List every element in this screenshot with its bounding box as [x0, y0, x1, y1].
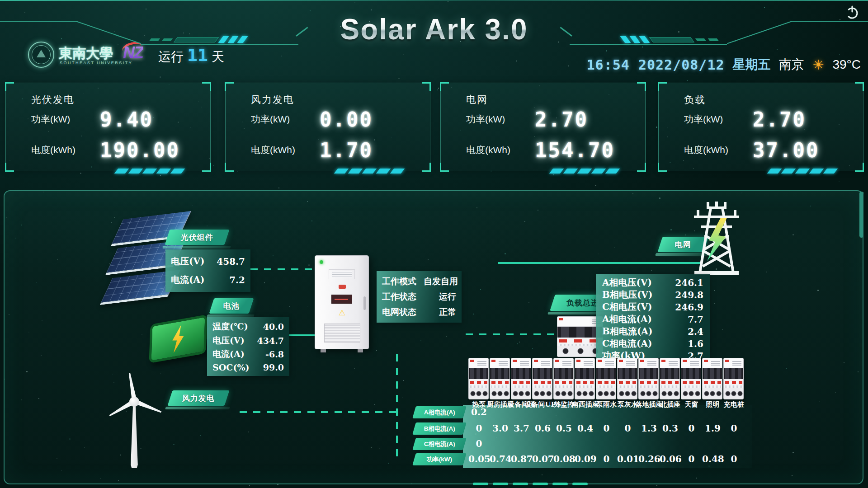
- phase-label: A相电压(V): [602, 277, 652, 289]
- stat-card-3: 负载功率(kW)2.70电度(kWh)37.00: [658, 83, 863, 171]
- loadmain-connector: [466, 333, 554, 335]
- metric-value: 2.70: [753, 108, 806, 131]
- pv-row: 电压(V)458.7: [171, 255, 245, 267]
- datetime-text: 16:54 2022/08/12: [587, 57, 725, 73]
- metric-label: 功率(kW): [251, 113, 320, 126]
- pv-table: 电压(V)458.7电流(A)7.2: [165, 249, 250, 292]
- circuit-value: [702, 438, 723, 450]
- phase-label: B相电流(A): [602, 325, 652, 338]
- metric-label: 电度(kWh): [684, 144, 753, 156]
- circuit-value: 3.7: [511, 422, 532, 435]
- breaker-icon: [490, 358, 510, 399]
- circuit-value: [723, 406, 745, 418]
- weekday-text: 星期五: [733, 56, 771, 73]
- page-title: Solar Ark 3.0: [0, 13, 868, 46]
- battery-row: 电压(V)434.7: [212, 335, 284, 347]
- metric-value: 0.00: [320, 108, 373, 131]
- circuit-value: 0.87: [511, 453, 532, 465]
- card-title: 光伏发电: [31, 93, 75, 107]
- card-corner: [440, 163, 449, 172]
- phase-label: A相电流(A): [602, 313, 652, 325]
- card-corner: [225, 163, 234, 172]
- inverter-down-connector: [396, 352, 398, 456]
- circuit-values-row: 0.050.740.870.070.080.0900.010.260.0600.…: [468, 453, 745, 465]
- phase-row: A相电压(V)246.1: [602, 277, 703, 289]
- phase-row: C相电压(V)246.9: [602, 301, 703, 313]
- card-corner: [5, 82, 14, 91]
- phase-value: 1.6: [688, 338, 703, 349]
- card-metric-row: 电度(kWh)37.00: [684, 138, 852, 162]
- circuit-value: [660, 406, 681, 418]
- circuit-value: 0: [681, 453, 702, 465]
- temperature-text: 39°C: [832, 57, 861, 72]
- phase-row: A相电流(A)7.7: [602, 313, 703, 325]
- battery-row: 温度(℃)40.0: [212, 321, 284, 333]
- card-corner: [422, 163, 431, 172]
- breaker-icon: [638, 358, 659, 399]
- card-metric-row: 功率(kW)9.40: [31, 108, 199, 131]
- circuit-value: [511, 406, 532, 418]
- metric-value: 190.00: [100, 139, 180, 162]
- card-title: 负载: [684, 93, 706, 107]
- battery-row: SOC(%)99.0: [212, 362, 284, 372]
- circuit-value: [617, 406, 638, 418]
- circuit-value: [702, 406, 723, 418]
- card-metric-row: 功率(kW)2.70: [684, 108, 852, 131]
- card-corner: [658, 163, 667, 172]
- metric-label: 电度(kWh): [31, 144, 100, 156]
- horizontal-scrollbar[interactable]: [473, 483, 588, 485]
- metric-label: 电度(kWh): [251, 144, 320, 156]
- card-corner: [225, 82, 234, 91]
- metric-label: 功率(kW): [684, 113, 753, 126]
- metric-label: 功率(kW): [31, 113, 100, 126]
- circuit-value: [490, 438, 511, 450]
- circuit-value: [553, 406, 575, 418]
- circuit-value: [575, 438, 596, 450]
- circuit-value: [532, 406, 553, 418]
- city-text: 南京: [779, 56, 804, 73]
- status-row: 工作模式自发自用: [382, 276, 456, 287]
- breaker-icon: [553, 358, 574, 399]
- card-corner: [5, 163, 14, 172]
- pv-label: 电压(V): [171, 255, 204, 267]
- circuit-value: 0.6: [532, 422, 553, 435]
- status-label: 工作状态: [382, 291, 416, 303]
- battery-label: SOC(%): [212, 362, 249, 372]
- circuit-value: 0: [596, 453, 617, 465]
- circuit-value: [490, 406, 511, 418]
- card-corner: [637, 163, 646, 172]
- card-slash-decor: [336, 169, 403, 174]
- pv-value: 458.7: [217, 256, 245, 267]
- phase-label: C相电流(A): [602, 338, 652, 350]
- circuit-value: [532, 438, 553, 450]
- circuit-value: [660, 438, 681, 450]
- breaker-icon: [702, 358, 722, 399]
- vertical-scrollbar[interactable]: [859, 192, 863, 238]
- power-button[interactable]: [844, 5, 860, 20]
- circuit-value: 0.2: [468, 406, 490, 418]
- circuit-value: 0.06: [660, 453, 681, 465]
- battery-value: 99.0: [263, 362, 284, 372]
- card-corner: [422, 82, 431, 91]
- card-slash-decor: [769, 169, 836, 174]
- pv-label: 电流(A): [171, 274, 204, 286]
- grid-tower-icon: [683, 202, 750, 278]
- phase-label: B相电压(V): [602, 289, 652, 301]
- battery-connector-line: [289, 334, 316, 336]
- battery-label: 电流(A): [212, 348, 245, 360]
- breaker-icon: [575, 358, 595, 399]
- lightning-icon: [167, 324, 189, 354]
- circuit-value: 1.3: [638, 422, 660, 435]
- card-metric-row: 功率(kW)2.70: [466, 108, 634, 131]
- metric-value: 154.70: [535, 139, 615, 162]
- circuit-value: [638, 406, 660, 418]
- breaker-row: [468, 358, 744, 399]
- card-corner: [855, 163, 864, 172]
- card-slash-decor: [116, 169, 183, 174]
- metric-value: 1.70: [320, 139, 373, 162]
- phase-value: 246.1: [675, 277, 703, 288]
- circuit-value: 0.74: [490, 453, 511, 465]
- circuit-value: 0.48: [702, 453, 723, 465]
- pv-connector-line: [250, 268, 316, 270]
- circuit-value: 0.07: [532, 453, 553, 465]
